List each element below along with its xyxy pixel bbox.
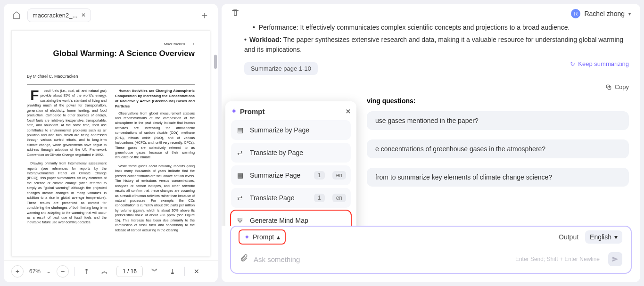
chat-header: R Rachel zhong ▾ [222, 4, 640, 24]
output-label: Output [559, 233, 578, 241]
first-page-button[interactable]: ⤒ [81, 265, 93, 278]
tab-label: maccracken2_... [33, 12, 77, 19]
refresh-icon: ↻ [570, 60, 575, 67]
pdf-paragraph: Fossil fuels (i.e., coal, oil, and natur… [27, 89, 107, 157]
divider [27, 84, 195, 85]
home-icon[interactable] [9, 8, 24, 22]
prompt-toggle-button[interactable]: ✦ Prompt ▴ [239, 230, 285, 244]
truncated-line: • Performance: It effectively communicat… [244, 24, 629, 31]
input-hint: Enter Send; Shift + Enter Newline [515, 256, 600, 262]
prompt-label: Prompt [253, 233, 274, 241]
pdf-page-num: 1 [193, 42, 195, 46]
zoom-out-button[interactable]: − [57, 265, 69, 278]
keep-summarizing-label: Keep summarizing [578, 60, 629, 67]
prompt-generate-mind-map[interactable]: Ψ Generate Mind Map [231, 211, 351, 226]
bullet-workload: Workload: The paper synthesizes extensiv… [244, 35, 629, 55]
popup-title: Prompt [240, 107, 265, 115]
chevron-down-icon: ▾ [628, 11, 631, 16]
workload-text: The paper synthesizes extensive research… [244, 36, 623, 53]
pdf-author: By Michael C. MacCracken [27, 74, 195, 79]
pdf-running-head: MacCracken [164, 42, 185, 46]
prompt-summarize-page[interactable]: ▤ Summarize Page 1 en [231, 165, 351, 185]
send-icon [611, 255, 619, 263]
lang-tag: en [332, 194, 346, 202]
page-tag: 1 [314, 194, 325, 202]
keep-summarizing-button[interactable]: ↻ Keep summarizing [570, 60, 629, 67]
mindmap-icon: Ψ [236, 216, 244, 225]
close-icon[interactable]: ✕ [81, 12, 86, 18]
scrollbar-thumb[interactable] [214, 55, 217, 69]
suggested-question[interactable]: from to summarize key elements of climat… [367, 168, 629, 187]
prompt-item-label: Summarize Page [250, 172, 300, 179]
chevron-down-icon: ▾ [614, 233, 618, 241]
avatar: R [571, 9, 580, 18]
copy-button[interactable]: Copy [244, 83, 629, 90]
chat-panel: R Rachel zhong ▾ • Performance: It effec… [222, 4, 640, 282]
summary-chip[interactable]: Summarize page 1-10 [244, 62, 318, 75]
pdf-toolbar: + 67% ⌄ − ⤒ ︽ ︾ ⤓ ✕ [4, 260, 218, 282]
suggested-question[interactable]: e concentrations of greenhouse gases in … [367, 139, 629, 158]
input-header-row: ✦ Prompt ▴ Output English ▾ [231, 230, 631, 245]
pdf-title: Global Warming: A Science Overview [27, 49, 195, 58]
attachment-icon[interactable] [239, 254, 248, 264]
chat-input[interactable] [254, 255, 510, 263]
document-icon: ▤ [236, 126, 244, 134]
add-tab-button[interactable]: ＋ [197, 8, 212, 23]
copy-icon [605, 84, 612, 90]
prompt-translate-page[interactable]: ⇄ Translate Page 1 en [231, 188, 351, 208]
suggested-question[interactable]: use gases mentioned in the paper? [367, 111, 629, 130]
divider [74, 267, 75, 276]
zoom-in-button[interactable]: + [11, 265, 24, 278]
user-name: Rachel zhong [584, 10, 625, 17]
close-reader-button[interactable]: ✕ [190, 265, 203, 278]
user-menu[interactable]: R Rachel zhong ▾ [571, 9, 631, 18]
output-language-select[interactable]: English ▾ [585, 230, 622, 244]
prompt-translate-by-page[interactable]: ⇄ Translate by Page [231, 143, 351, 163]
translate-icon: ⇄ [236, 148, 244, 157]
prompt-item-label: Generate Mind Map [250, 217, 308, 224]
prompt-item-label: Translate Page [250, 194, 294, 202]
send-button[interactable] [608, 252, 622, 266]
pdf-body: Fossil fuels (i.e., coal, oil, and natur… [27, 89, 195, 233]
questions-heading: ving questions: [367, 97, 629, 105]
prev-page-button[interactable]: ︽ [99, 265, 111, 278]
next-page-button[interactable]: ︾ [149, 265, 161, 278]
lang-value: English [590, 233, 611, 241]
prompt-summarize-by-page[interactable]: ▤ Summarize by Page [231, 120, 351, 140]
copy-label: Copy [615, 83, 629, 90]
divider [184, 267, 185, 276]
page-tag: 1 [314, 171, 325, 180]
workload-label: Workload: [249, 36, 281, 43]
popup-header: ✦ Prompt ✕ [231, 107, 351, 115]
sparkle-icon: ✦ [231, 107, 237, 115]
document-icon: ▤ [236, 171, 244, 180]
chevron-up-icon: ▴ [277, 233, 280, 241]
pdf-paragraph: Observations from global measurement sta… [115, 111, 195, 160]
zoom-level: 67% [29, 268, 41, 275]
chat-input-container: ✦ Prompt ▴ Output English ▾ Enter Send; … [230, 226, 632, 274]
pdf-section-heading: Human Activities are Changing Atmospheri… [115, 89, 195, 109]
pdf-paragraph: Drawing primarily from international ass… [27, 161, 107, 225]
chat-scroll[interactable]: • Performance: It effectively communicat… [222, 24, 640, 226]
prompt-item-label: Translate by Page [250, 149, 303, 156]
close-icon[interactable]: ✕ [346, 108, 351, 115]
divider [27, 70, 195, 70]
pdf-viewport[interactable]: MacCracken1 Global Warming: A Science Ov… [4, 26, 218, 260]
lang-tag: en [332, 171, 346, 180]
zoom-dropdown-icon[interactable]: ⌄ [46, 268, 51, 275]
prompt-item-label: Summarize by Page [250, 126, 309, 134]
pdf-page: MacCracken1 Global Warming: A Science Ov… [11, 30, 210, 256]
active-tab[interactable]: maccracken2_... ✕ [27, 8, 91, 22]
last-page-button[interactable]: ⤓ [166, 265, 179, 278]
trash-icon[interactable] [231, 8, 239, 19]
input-row: Enter Send; Shift + Enter Newline [231, 245, 631, 273]
pdf-panel: maccracken2_... ✕ ＋ MacCracken1 Global W… [4, 4, 218, 282]
sparkle-icon: ✦ [244, 233, 250, 241]
prompt-popup: ✦ Prompt ✕ ▤ Summarize by Page ⇄ Transla… [225, 101, 356, 226]
translate-icon: ⇄ [236, 194, 244, 202]
pdf-paragraph: While these gases occur naturally, recor… [115, 164, 195, 233]
tab-bar: maccracken2_... ✕ ＋ [4, 4, 218, 26]
page-input[interactable] [116, 266, 143, 277]
